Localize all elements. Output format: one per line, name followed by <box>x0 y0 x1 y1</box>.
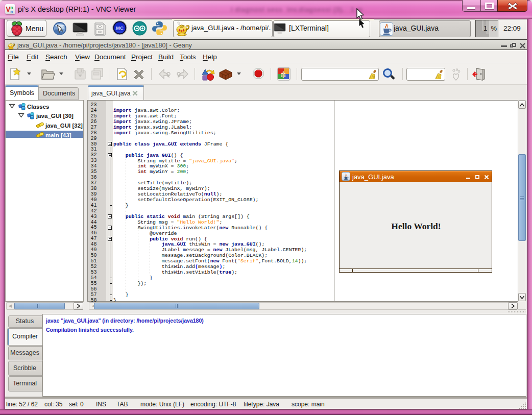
svg-text:MC: MC <box>116 25 124 31</box>
svg-text:c: c <box>10 9 13 14</box>
